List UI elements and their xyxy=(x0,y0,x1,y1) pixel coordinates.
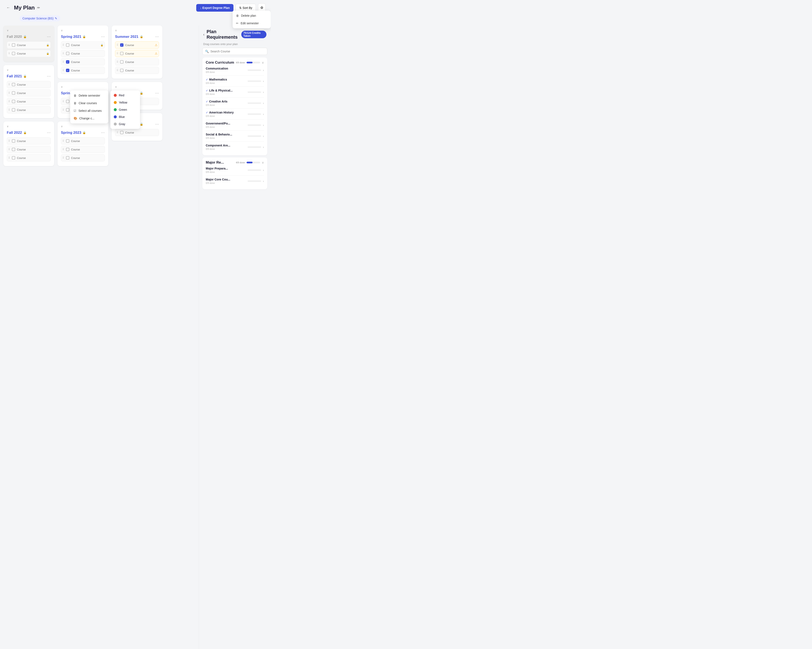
edit-semester-item[interactable]: ✏ Edit semester xyxy=(233,20,271,27)
mathematics-right: › xyxy=(247,79,264,83)
drag-handle-icon[interactable]: ⠿ xyxy=(116,52,118,55)
collapse-summer2022-icon[interactable]: ∨ xyxy=(115,85,117,88)
course-checkbox[interactable] xyxy=(12,43,15,47)
drag-handle-icon[interactable]: ⠿ xyxy=(63,61,64,63)
drag-handle-icon[interactable]: ⠿ xyxy=(63,108,64,111)
sub-req-creative-arts[interactable]: ✓ Creative Arts 0/9 done › xyxy=(206,98,264,109)
course-checkbox-checked[interactable]: ✓ xyxy=(66,60,69,64)
course-checkbox[interactable] xyxy=(12,91,15,94)
sub-req-american-history[interactable]: ✓ American History 0/9 done › xyxy=(206,109,264,120)
collapse-spring2023-icon[interactable]: ∨ xyxy=(61,125,63,128)
sub-req-communication[interactable]: Communication 0/9 done › xyxy=(206,65,264,76)
drag-handle-icon[interactable]: ⠿ xyxy=(63,140,64,142)
course-checkbox[interactable] xyxy=(66,52,69,55)
course-checkbox-checked[interactable]: ✓ xyxy=(120,43,124,47)
drag-handle-icon[interactable]: ⠿ xyxy=(63,156,64,159)
drag-handle-icon[interactable]: ⠿ xyxy=(8,52,10,55)
sub-req-major-prep[interactable]: Major Prepara... 0/9 done › xyxy=(206,165,264,176)
color-blue-label: Blue xyxy=(119,115,125,119)
semester-summer2021-menu-btn[interactable]: ··· xyxy=(155,35,159,39)
panel-back-icon[interactable]: ‹ xyxy=(203,32,205,37)
degree-badge[interactable]: Computer Science (BS) ✎ xyxy=(20,15,60,21)
select-all-item[interactable]: ☑ Select all courses xyxy=(70,107,108,114)
course-checkbox[interactable] xyxy=(12,156,15,160)
sub-req-mathematics[interactable]: ✓ Mathematics 0/9 done › xyxy=(206,76,264,87)
drag-handle-icon[interactable]: ⠿ xyxy=(8,91,10,94)
course-checkbox[interactable] xyxy=(66,108,69,111)
edit-title-icon[interactable]: ✏ xyxy=(37,6,40,10)
course-checkbox[interactable] xyxy=(120,69,124,72)
course-checkbox[interactable] xyxy=(66,156,69,160)
drag-handle-icon[interactable]: ⠿ xyxy=(116,44,118,47)
semester-fall2020-menu-btn[interactable]: ··· xyxy=(47,35,51,39)
color-gray-item[interactable]: Gray xyxy=(110,120,140,128)
semester-fall2021-menu-btn[interactable]: ··· xyxy=(47,74,51,78)
semester-spring2023-menu-btn[interactable]: ··· xyxy=(101,130,105,135)
semester-summer2023-menu-btn[interactable]: ··· xyxy=(155,122,159,126)
course-checkbox[interactable] xyxy=(12,100,15,103)
semester-fall2022-menu-btn[interactable]: ··· xyxy=(47,130,51,135)
drag-handle-icon[interactable]: ⠿ xyxy=(63,69,64,72)
government-bar xyxy=(247,125,261,126)
drag-handle-icon[interactable]: ⠿ xyxy=(63,44,64,47)
collapse-fall2020-icon[interactable]: ∨ xyxy=(7,29,9,32)
course-checkbox[interactable] xyxy=(12,139,15,143)
drag-handle-icon[interactable]: ⠿ xyxy=(63,52,64,55)
color-green-item[interactable]: Green xyxy=(110,106,140,113)
course-checkbox[interactable] xyxy=(66,100,69,103)
sub-req-social-behavioral[interactable]: Social & Behavio... 0/9 done › xyxy=(206,131,264,142)
color-blue-item[interactable]: Blue xyxy=(110,113,140,120)
drag-handle-icon[interactable]: ⠿ xyxy=(116,61,118,63)
course-checkbox[interactable] xyxy=(12,83,15,86)
collapse-summer2021-icon[interactable]: ∨ xyxy=(115,29,117,32)
drag-handle-icon[interactable]: ⠿ xyxy=(8,156,10,159)
semester-fall2021-title-row: Fall 2021 🔒 ··· xyxy=(7,74,51,78)
sub-req-government[interactable]: Government/Po... 0/9 done › xyxy=(206,120,264,131)
collapse-fall2022-icon[interactable]: ∨ xyxy=(7,125,9,128)
course-checkbox[interactable] xyxy=(12,108,15,111)
drag-handle-icon[interactable]: ⠿ xyxy=(8,140,10,142)
export-button[interactable]: ↓ Export Degree Plan xyxy=(196,4,234,12)
course-row-warning: ⠿ Course ⚠ xyxy=(115,50,159,57)
semester-summer2022-menu-btn[interactable]: ··· xyxy=(155,91,159,95)
course-checkbox[interactable] xyxy=(66,148,69,151)
drag-handle-icon[interactable]: ⠿ xyxy=(8,44,10,47)
search-input[interactable] xyxy=(211,50,264,53)
course-checkbox[interactable] xyxy=(12,148,15,151)
drag-handle-icon[interactable]: ⠿ xyxy=(63,100,64,103)
change-color-item[interactable]: 🎨 Change c... xyxy=(70,114,108,122)
core-curriculum-header[interactable]: Core Curriculum 4/9 done ∨ xyxy=(206,61,264,65)
back-button[interactable]: ← xyxy=(5,5,11,11)
course-checkbox[interactable] xyxy=(120,131,124,134)
drag-handle-icon[interactable]: ⠿ xyxy=(8,83,10,86)
color-yellow-item[interactable]: Yellow xyxy=(110,99,140,106)
course-checkbox[interactable] xyxy=(66,43,69,47)
american-history-bar xyxy=(247,113,261,115)
clear-courses-item[interactable]: 🗑 Clear courses xyxy=(70,99,108,107)
collapse-spring2021-icon[interactable]: ∨ xyxy=(61,29,63,32)
degree-edit-icon[interactable]: ✎ xyxy=(55,17,57,20)
color-red-item[interactable]: Red xyxy=(110,92,140,99)
drag-handle-icon[interactable]: ⠿ xyxy=(116,69,118,72)
drag-handle-icon[interactable]: ⠿ xyxy=(8,108,10,111)
collapse-spring2022-icon[interactable]: ∨ xyxy=(61,85,63,88)
sub-req-component[interactable]: Component Are... 0/9 done › xyxy=(206,142,264,152)
course-checkbox[interactable] xyxy=(66,139,69,143)
course-checkbox[interactable] xyxy=(120,60,124,64)
delete-semester-item[interactable]: 🗑 Delete semester xyxy=(70,92,108,99)
drag-handle-icon[interactable]: ⠿ xyxy=(63,148,64,151)
collapse-fall2021-icon[interactable]: ∨ xyxy=(7,69,9,72)
semester-spring2021-menu-btn[interactable]: ··· xyxy=(101,35,105,39)
drag-handle-icon[interactable]: ⠿ xyxy=(116,131,118,134)
sub-req-major-core[interactable]: Major Core Cou... 0/9 done › xyxy=(206,176,264,186)
semester-fall2022-title: Fall 2022 🔒 xyxy=(7,131,27,135)
major-requirements-header[interactable]: Major Re... 4/9 done ∨ xyxy=(206,160,264,165)
sub-req-life-physical[interactable]: ✓ Life & Physical... 0/9 done › xyxy=(206,87,264,98)
course-checkbox-checked[interactable]: ✓ xyxy=(66,69,69,72)
drag-handle-icon[interactable]: ⠿ xyxy=(8,100,10,103)
drag-handle-icon[interactable]: ⠿ xyxy=(8,148,10,151)
delete-plan-item[interactable]: 🗑 Delete plan xyxy=(233,12,271,20)
course-label: Course xyxy=(71,44,99,47)
course-checkbox[interactable] xyxy=(12,52,15,55)
course-checkbox[interactable] xyxy=(120,52,124,55)
